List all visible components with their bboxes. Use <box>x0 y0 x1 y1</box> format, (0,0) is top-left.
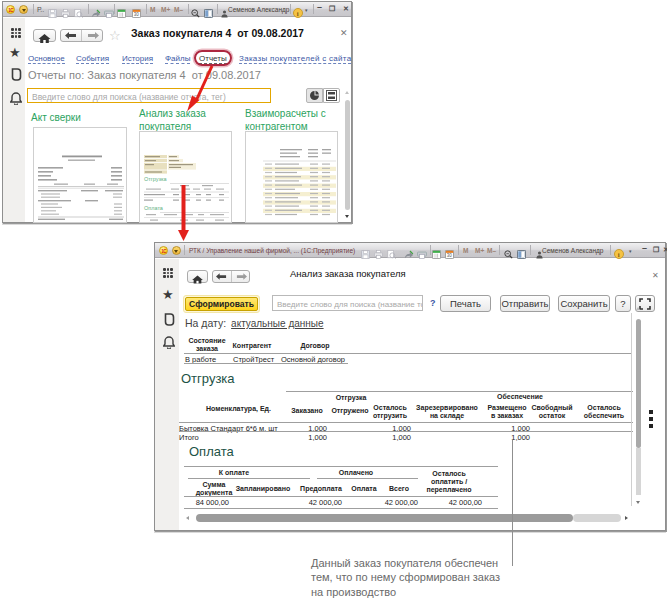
svg-text:Оплата: Оплата <box>144 205 164 211</box>
svg-text:i: i <box>618 250 620 257</box>
svg-text:30: 30 <box>134 12 140 17</box>
svg-text:30: 30 <box>447 253 453 258</box>
svg-text:Отгрузка: Отгрузка <box>144 176 168 182</box>
svg-text:i: i <box>297 9 299 16</box>
